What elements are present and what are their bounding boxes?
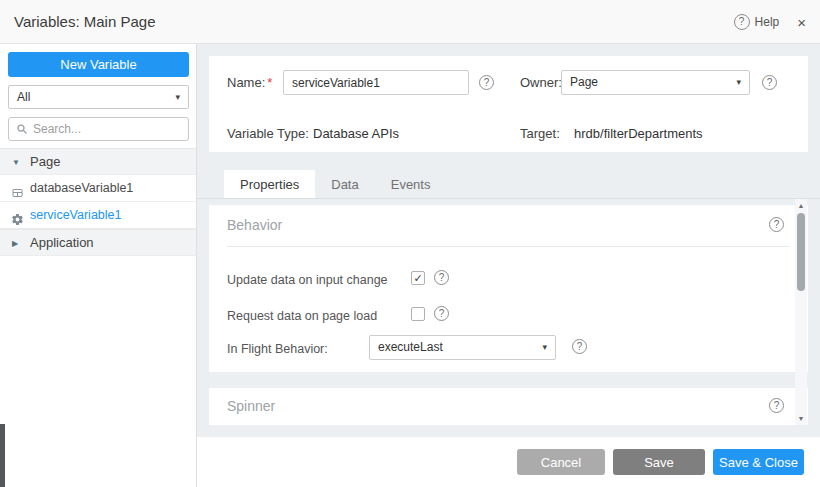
tab-properties[interactable]: Properties <box>224 170 315 198</box>
variable-search <box>8 117 189 141</box>
name-help-icon[interactable]: ? <box>479 75 494 90</box>
tree-item-service-variable[interactable]: serviceVariable1 <box>0 202 196 229</box>
new-variable-button[interactable]: New Variable <box>8 52 189 77</box>
tab-data[interactable]: Data <box>315 170 374 198</box>
help-link[interactable]: Help <box>755 15 780 29</box>
tree-group-label: Page <box>30 154 60 169</box>
close-icon[interactable]: × <box>797 14 806 31</box>
behavior-section: Behavior ? Update data on input change ✓… <box>209 205 808 372</box>
tab-events[interactable]: Events <box>375 170 447 198</box>
variables-dialog: Variables: Main Page ? Help × New Variab… <box>0 0 820 487</box>
tree-item-database-variable[interactable]: databaseVariable1 <box>0 175 196 202</box>
variable-type-value: Database APIs <box>313 124 399 144</box>
name-label: Name:* <box>227 70 272 95</box>
behavior-section-title: Behavior <box>227 217 282 233</box>
target-value: hrdb/filterDepartments <box>574 124 703 144</box>
help-icon[interactable]: ? <box>734 14 750 30</box>
save-button[interactable]: Save <box>613 449 705 475</box>
caret-down-icon: ▾ <box>542 336 547 359</box>
spinner-help-icon[interactable]: ? <box>769 398 784 413</box>
request-on-load-label: Request data on page load <box>227 307 377 325</box>
dialog-title: Variables: Main Page <box>14 0 155 44</box>
in-flight-behavior-help-icon[interactable]: ? <box>572 339 587 354</box>
search-icon <box>16 123 28 135</box>
header-actions: ? Help × <box>734 0 806 44</box>
scroll-down-icon[interactable]: ▼ <box>795 412 807 425</box>
name-input[interactable] <box>283 70 469 95</box>
dialog-footer: Cancel Save Save & Close <box>197 437 820 487</box>
tree-collapsed-icon: ▶ <box>12 230 18 257</box>
tree-expanded-icon: ▼ <box>12 149 20 176</box>
request-on-load-help-icon[interactable]: ? <box>434 306 449 321</box>
dialog-header: Variables: Main Page ? Help × <box>0 0 820 44</box>
behavior-help-icon[interactable]: ? <box>769 217 784 232</box>
in-flight-behavior-value: executeLast <box>378 340 443 354</box>
tree-group-application[interactable]: ▶ Application <box>0 229 196 256</box>
variable-summary-card: Name:* ? Owner:* Page ▾ ? Variable Type:… <box>209 56 808 152</box>
owner-select[interactable]: Page ▾ <box>561 70 750 95</box>
scroll-up-icon[interactable]: ▲ <box>795 199 807 212</box>
request-on-load-checkbox[interactable] <box>411 307 425 321</box>
target-label: Target: <box>520 124 560 144</box>
spinner-section: Spinner ? <box>209 388 808 425</box>
scrollbar-thumb[interactable] <box>797 213 805 291</box>
save-and-close-button[interactable]: Save & Close <box>713 449 804 475</box>
variable-type-label: Variable Type: <box>227 124 309 144</box>
tree-item-label: serviceVariable1 <box>30 208 121 222</box>
variable-editor: Name:* ? Owner:* Page ▾ ? Variable Type:… <box>197 44 820 437</box>
owner-help-icon[interactable]: ? <box>762 75 777 90</box>
editor-tabs: Properties Data Events <box>197 170 820 199</box>
tree-group-label: Application <box>30 235 94 250</box>
variable-filter-value: All <box>17 90 30 104</box>
required-marker: * <box>267 75 272 90</box>
spinner-section-title: Spinner <box>227 398 275 414</box>
in-flight-behavior-select[interactable]: executeLast ▾ <box>369 335 556 360</box>
variables-tree: ▼ Page databaseVariable1 serviceVariable… <box>0 148 196 256</box>
variables-sidebar: New Variable All ▾ ▼ Page databaseVariab… <box>0 44 197 487</box>
cancel-button[interactable]: Cancel <box>517 449 605 475</box>
caret-down-icon: ▾ <box>736 71 741 94</box>
tree-group-page[interactable]: ▼ Page <box>0 148 196 175</box>
caret-down-icon: ▾ <box>175 86 180 108</box>
window-scrollbar-thumb[interactable] <box>0 424 5 487</box>
tree-item-label: databaseVariable1 <box>30 181 133 195</box>
search-input[interactable] <box>33 122 188 136</box>
divider <box>227 246 790 247</box>
in-flight-behavior-label: In Flight Behavior: <box>227 340 328 358</box>
variable-filter-dropdown[interactable]: All ▾ <box>8 85 189 109</box>
update-on-input-help-icon[interactable]: ? <box>434 270 449 285</box>
update-on-input-checkbox[interactable]: ✓ <box>411 271 425 285</box>
owner-value: Page <box>570 75 598 89</box>
update-on-input-label: Update data on input change <box>227 271 388 289</box>
properties-scrollbar[interactable]: ▲ ▼ <box>795 199 807 425</box>
